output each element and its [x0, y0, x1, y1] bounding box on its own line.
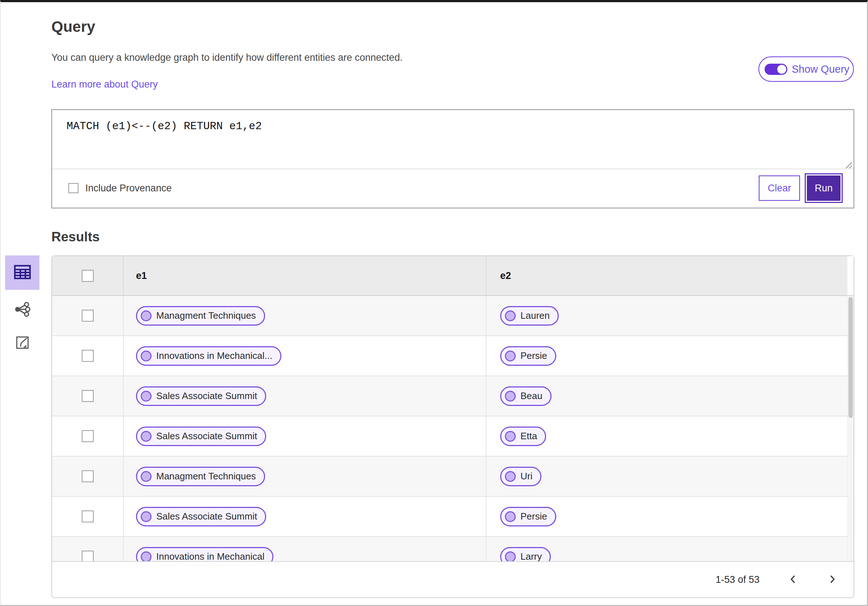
row-checkbox[interactable]	[82, 430, 94, 442]
table-view-button[interactable]	[5, 255, 39, 290]
query-editor[interactable]: MATCH (e1)<--(e2) RETURN e1,e2	[52, 110, 854, 169]
page-description: You can query a knowledge graph to ident…	[51, 52, 403, 63]
entity-label: Larry	[521, 551, 542, 561]
scrollbar-thumb[interactable]	[848, 297, 853, 418]
previous-page-button[interactable]	[788, 574, 798, 586]
entity-pill[interactable]: Lauren	[500, 306, 559, 326]
table-row: Sales Associate Summit Persie	[52, 497, 854, 537]
row-checkbox[interactable]	[82, 511, 94, 522]
toggle-switch-icon[interactable]	[764, 64, 787, 75]
entity-pill[interactable]: Beau	[500, 386, 552, 406]
entity-icon	[505, 351, 516, 361]
results-heading: Results	[51, 229, 100, 245]
entity-label: Sales Associate Summit	[156, 511, 257, 522]
entity-icon	[505, 552, 516, 561]
table-row: Sales Associate Summit Beau	[52, 376, 854, 416]
entity-icon	[141, 552, 152, 561]
chevron-left-icon	[788, 574, 798, 586]
select-all-checkbox[interactable]	[82, 270, 94, 282]
query-actions-bar: Include Provenance Clear Run	[52, 169, 854, 207]
entity-icon	[505, 511, 516, 522]
toggle-knob	[777, 64, 787, 74]
results-panel: e1 e2 Managment Techniques Lauren Innova…	[51, 255, 854, 598]
entity-pill[interactable]: Larry	[500, 547, 551, 561]
query-panel: MATCH (e1)<--(e2) RETURN e1,e2 Include P…	[51, 109, 854, 208]
table-body: Managment Techniques Lauren Innovations …	[52, 296, 854, 561]
entity-pill[interactable]: Sales Associate Summit	[136, 386, 266, 406]
entity-pill[interactable]: Etta	[500, 427, 546, 446]
entity-label: Beau	[521, 390, 542, 402]
column-header-e2: e2	[487, 256, 847, 295]
entity-pill[interactable]: Innovations in Mechanical	[136, 547, 273, 561]
entity-pill[interactable]: Innovations in Mechanical...	[136, 346, 281, 366]
chevron-right-icon	[827, 574, 838, 586]
entity-label: Managment Techniques	[156, 471, 256, 482]
entity-label: Managment Techniques	[156, 310, 256, 321]
entity-label: Innovations in Mechanical	[156, 551, 264, 561]
entity-icon	[141, 471, 152, 482]
row-checkbox[interactable]	[82, 350, 94, 362]
column-header-e1: e1	[124, 256, 487, 295]
network-icon	[13, 300, 31, 320]
entity-label: Sales Associate Summit	[156, 430, 257, 442]
entity-icon	[505, 471, 516, 482]
table-icon	[12, 262, 33, 283]
table-row: Innovations in Mechanical... Persie	[52, 336, 854, 376]
chart-icon	[14, 335, 30, 352]
table-row: Innovations in Mechanical Larry	[52, 537, 854, 561]
entity-icon	[141, 511, 152, 522]
entity-pill[interactable]: Uri	[500, 467, 541, 486]
entity-pill[interactable]: Sales Associate Summit	[136, 427, 266, 446]
entity-label: Uri	[521, 471, 532, 482]
entity-icon	[141, 311, 152, 321]
entity-icon	[141, 431, 152, 442]
entity-pill[interactable]: Persie	[500, 346, 556, 366]
show-query-label: Show Query	[792, 63, 849, 75]
entity-pill[interactable]: Managment Techniques	[136, 306, 265, 326]
table-row: Managment Techniques Uri	[52, 457, 854, 497]
pagination-bar: 1-53 of 53	[52, 561, 854, 597]
row-checkbox[interactable]	[82, 470, 94, 482]
clear-button[interactable]: Clear	[759, 176, 800, 201]
entity-icon	[505, 311, 516, 321]
entity-label: Lauren	[521, 310, 550, 321]
entity-label: Sales Associate Summit	[156, 390, 257, 402]
row-checkbox[interactable]	[82, 551, 94, 561]
row-checkbox[interactable]	[82, 310, 94, 322]
entity-icon	[141, 391, 152, 402]
entity-icon	[505, 391, 516, 402]
chart-view-button[interactable]	[6, 327, 38, 359]
table-row: Managment Techniques Lauren	[52, 296, 854, 336]
entity-pill[interactable]: Managment Techniques	[136, 467, 265, 486]
app-window: { "header": { "title": "Query", "descrip…	[0, 0, 868, 606]
page-title: Query	[51, 18, 95, 36]
entity-icon	[141, 351, 152, 361]
entity-pill[interactable]: Sales Associate Summit	[136, 507, 266, 527]
table-header: e1 e2	[52, 256, 854, 296]
show-query-toggle[interactable]: Show Query	[758, 56, 854, 82]
next-page-button[interactable]	[827, 574, 838, 586]
entity-label: Etta	[521, 430, 537, 442]
row-checkbox[interactable]	[82, 390, 94, 402]
pagination-range-label: 1-53 of 53	[715, 574, 760, 585]
entity-label: Innovations in Mechanical...	[156, 350, 272, 361]
entity-label: Persie	[521, 350, 547, 361]
table-row: Sales Associate Summit Etta	[52, 416, 854, 457]
graph-view-button[interactable]	[6, 294, 38, 326]
run-button[interactable]: Run	[806, 174, 842, 202]
include-provenance-checkbox[interactable]	[68, 183, 79, 193]
include-provenance-label: Include Provenance	[85, 183, 172, 194]
entity-pill[interactable]: Persie	[500, 507, 556, 527]
entity-label: Persie	[521, 511, 547, 522]
entity-icon	[505, 431, 516, 442]
learn-more-link[interactable]: Learn more about Query	[51, 79, 158, 90]
table-scrollbar[interactable]	[847, 296, 854, 561]
